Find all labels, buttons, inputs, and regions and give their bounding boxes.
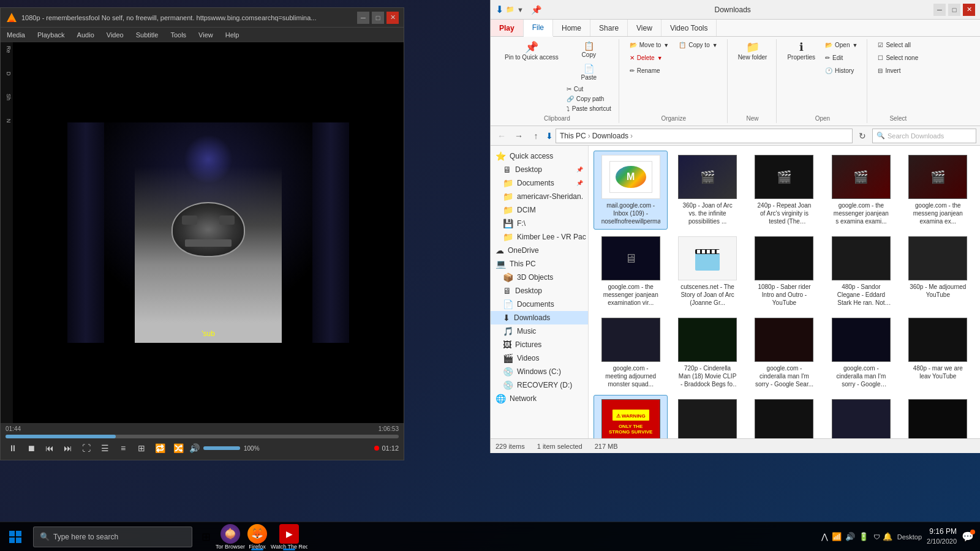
new-folder-button[interactable]: 📁 New folder — [734, 39, 772, 63]
vlc-video-area[interactable]: 'sub — [13, 42, 404, 423]
tray-network[interactable]: 📶 — [832, 532, 842, 541]
file-item-17[interactable]: 1080p - Dredd - I am the law. - YouTube — [747, 395, 821, 438]
file-item-1[interactable]: 🎬 360p - Joan of Arc vs. the infinite po… — [670, 151, 744, 230]
vlc-fullscreen-button[interactable]: ⛶ — [79, 441, 94, 455]
sidebar-item-thispc[interactable]: 💻 This PC — [491, 257, 588, 271]
vlc-menu-tools[interactable]: Tools — [168, 30, 189, 40]
vlc-toggle-button[interactable]: ⊞ — [134, 441, 149, 455]
paste-button[interactable]: 📄 Paste — [564, 62, 614, 83]
taskbar-app-tor[interactable]: 🧅 Tor Browser — [217, 522, 244, 552]
copy-button[interactable]: 📋 Copy — [564, 39, 614, 61]
vlc-maximize-button[interactable]: □ — [372, 12, 384, 24]
vlc-prev-button[interactable]: ⏮ — [42, 441, 57, 455]
sidebar-item-dcim[interactable]: 📁 DCIM — [491, 203, 588, 217]
file-item-8[interactable]: 480p - Sandor Clegane - Eddard Stark He … — [824, 232, 898, 311]
vlc-menu-view[interactable]: View — [196, 30, 216, 40]
vlc-menu-video[interactable]: Video — [104, 30, 126, 40]
select-all-button[interactable]: ☑ Select all — [873, 39, 922, 51]
explorer-minimize-button[interactable]: ─ — [933, 4, 946, 16]
copy-path-button[interactable]: 🔗 Copy path — [564, 94, 614, 103]
ribbon-tab-file[interactable]: File — [524, 20, 553, 37]
paste-shortcut-button[interactable]: ⤵ Paste shortcut — [564, 104, 614, 113]
vlc-menu-audio[interactable]: Audio — [75, 30, 97, 40]
nav-forward-button[interactable]: → — [511, 129, 526, 143]
taskbar-app-firefox[interactable]: 🦊 Firefox — [244, 522, 271, 552]
sidebar-item-videos[interactable]: 🎬 Videos — [491, 351, 588, 365]
file-item-3[interactable]: 🎬 google.com - the messenger joanjean s … — [824, 151, 898, 230]
invert-selection-button[interactable]: ⊟ Invert — [873, 65, 922, 77]
copy-to-button[interactable]: 📋 Copy to ▼ — [674, 39, 722, 49]
sidebar-item-windows-c[interactable]: 💿 Windows (C:) — [491, 365, 588, 378]
explorer-maximize-button[interactable]: □ — [948, 4, 960, 16]
vlc-volume-bar[interactable] — [203, 446, 240, 450]
tray-sound[interactable]: 🔊 — [845, 532, 855, 541]
vlc-menu-subtitle[interactable]: Subtitle — [134, 30, 161, 40]
file-item-14[interactable]: 480p - mar we are leav YouTube — [901, 313, 975, 392]
ribbon-tab-videotools[interactable]: Video Tools — [662, 20, 717, 36]
tray-battery[interactable]: 🔋 — [859, 532, 869, 541]
sidebar-item-f-drive[interactable]: 💾 F:\ — [491, 217, 588, 230]
cut-button[interactable]: ✂ Cut — [564, 84, 614, 94]
vlc-menu-media[interactable]: Media — [4, 30, 28, 40]
sidebar-item-quickaccess[interactable]: ⭐ Quick access — [491, 149, 588, 163]
sidebar-item-3dobjects[interactable]: 📦 3D Objects — [491, 271, 588, 284]
pin-quick-access-button[interactable]: 📌 Pin to Quick access — [500, 39, 563, 63]
notification-icon[interactable]: 🔔 — [883, 532, 892, 541]
address-path[interactable]: This PC › Downloads › — [556, 129, 853, 143]
sidebar-item-pictures[interactable]: 🖼 Pictures — [491, 338, 588, 351]
vlc-minimize-button[interactable]: ─ — [357, 12, 369, 24]
file-item-12[interactable]: google.com - cinderalla man I'm sorry - … — [747, 313, 821, 392]
search-box[interactable]: 🔍 Search Downloads — [872, 129, 976, 143]
vlc-stop-button[interactable]: ⏹ — [24, 441, 39, 455]
ribbon-tab-play[interactable]: Play — [491, 20, 524, 36]
history-button[interactable]: 🕐 History — [821, 65, 862, 77]
select-none-button[interactable]: ☐ Select none — [873, 52, 922, 64]
refresh-button[interactable]: ↻ — [855, 129, 870, 143]
file-item-2[interactable]: 🎬 240p - Repeat Joan of Arc's virginity … — [747, 151, 821, 230]
vlc-close-button[interactable]: ✕ — [386, 12, 399, 24]
taskbar-search[interactable]: 🔍 Type here to search — [33, 527, 192, 547]
delete-button[interactable]: ✕ Delete ▼ — [625, 52, 674, 64]
sidebar-item-documents-pin[interactable]: 📁 Documents 📌 — [491, 176, 588, 190]
file-item-19[interactable]: 1080p - Warhammer Mark O Chaos(1080... — [901, 395, 975, 438]
sidebar-item-network[interactable]: 🌐 Network — [491, 392, 588, 405]
file-item-gmail[interactable]: M mail.google.com - Inbox (109) - noself… — [594, 151, 668, 230]
sidebar-item-kimber[interactable]: 📁 Kimber Lee - VR Pac — [491, 230, 588, 244]
sidebar-item-desktop[interactable]: 🖥 Desktop — [491, 284, 588, 298]
sidebar-item-onedrive[interactable]: ☁ OneDrive — [491, 244, 588, 257]
sidebar-item-desktop-pin[interactable]: 🖥 Desktop 📌 — [491, 163, 588, 176]
taskbar-clock[interactable]: 9:16 PM 2/10/2020 — [927, 527, 957, 546]
vlc-next-button[interactable]: ⏭ — [61, 441, 75, 455]
start-button[interactable] — [0, 522, 31, 552]
vlc-shuffle-button[interactable]: 🔀 — [171, 441, 186, 455]
file-item-7[interactable]: 1080p - Saber rider Intro and Outro - Yo… — [747, 232, 821, 311]
file-item-18[interactable]: 240p - serenity fighting scene - YouTube — [824, 395, 898, 438]
explorer-close-button[interactable]: ✕ — [963, 4, 975, 16]
file-item-5[interactable]: 🖥 google.com - the messenger joanjean ex… — [594, 232, 668, 311]
sidebar-item-recovery-d[interactable]: 💿 RECOVERY (D:) — [491, 378, 588, 392]
vlc-menu-help[interactable]: Help — [223, 30, 242, 40]
vlc-playlist-button[interactable]: ≡ — [116, 441, 130, 455]
taskbar-app-redpill[interactable]: ▶ Watch The Red Pill 20... — [271, 522, 307, 552]
vlc-loop-button[interactable]: 🔁 — [153, 441, 167, 455]
sidebar-item-americavr[interactable]: 📁 americavr-Sheridan. — [491, 190, 588, 203]
tray-chevron[interactable]: ⋀ — [821, 532, 828, 541]
file-item-4[interactable]: 🎬 google.com - the messeng joanjean exam… — [901, 151, 975, 230]
vlc-play-pause-button[interactable]: ⏸ — [6, 441, 20, 455]
open-button[interactable]: 📂 Open ▼ — [821, 39, 862, 51]
taskview-button[interactable]: ⊞ — [195, 522, 217, 552]
vlc-extended-button[interactable]: ☰ — [97, 441, 112, 455]
nav-back-button[interactable]: ← — [494, 129, 509, 143]
file-item-13[interactable]: google.com - cinderalla man I'm sorry - … — [824, 313, 898, 392]
file-item-6[interactable]: cutscenes.net - The Story of Joan of Arc… — [670, 232, 744, 311]
file-item-16[interactable]: 720p - One of the all time best CLIMAX -… — [670, 395, 744, 438]
sidebar-item-documents[interactable]: 📄 Documents — [491, 298, 588, 311]
show-desktop-label[interactable]: Desktop — [897, 533, 922, 541]
sidebar-item-music[interactable]: 🎵 Music — [491, 324, 588, 338]
ribbon-tab-home[interactable]: Home — [553, 20, 590, 36]
vlc-progress-bar[interactable] — [6, 435, 399, 438]
vlc-menu-playback[interactable]: Playback — [35, 30, 67, 40]
ribbon-tab-share[interactable]: Share — [590, 20, 628, 36]
file-item-11[interactable]: 720p - Cinderella Man (18) Movie CLIP - … — [670, 313, 744, 392]
action-center[interactable]: 💬 — [962, 531, 974, 542]
